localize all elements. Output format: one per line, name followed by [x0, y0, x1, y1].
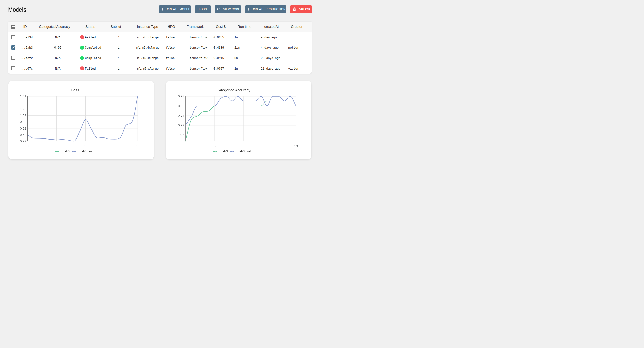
svg-text:5: 5	[214, 144, 216, 148]
svg-text:10: 10	[242, 144, 246, 148]
svg-text:1.02: 1.02	[20, 113, 26, 117]
svg-text:0.22: 0.22	[20, 139, 26, 143]
svg-text:...5ab3_val: ...5ab3_val	[77, 149, 93, 153]
svg-text:0.82: 0.82	[20, 120, 26, 124]
svg-text:0: 0	[185, 144, 186, 148]
svg-text:Loss: Loss	[72, 88, 79, 92]
svg-text:0: 0	[27, 144, 28, 148]
svg-text:0.98: 0.98	[178, 94, 184, 98]
svg-text:0.9: 0.9	[180, 133, 184, 137]
svg-text:0.96: 0.96	[178, 104, 184, 108]
svg-text:...5ab3: ...5ab3	[60, 149, 70, 153]
svg-text:CategoricalAccuracy: CategoricalAccuracy	[216, 88, 250, 92]
svg-text:5: 5	[56, 144, 58, 148]
svg-text:0.92: 0.92	[178, 123, 184, 127]
svg-text:10: 10	[84, 144, 88, 148]
svg-text:...5ab3: ...5ab3	[218, 149, 228, 153]
svg-text:0.94: 0.94	[178, 114, 184, 117]
svg-text:19: 19	[136, 144, 140, 148]
svg-text:1.22: 1.22	[20, 107, 26, 111]
svg-text:0.62: 0.62	[20, 126, 26, 130]
svg-text:...5ab3_val: ...5ab3_val	[235, 149, 251, 153]
svg-text:0.42: 0.42	[20, 133, 26, 136]
svg-text:19: 19	[294, 144, 298, 148]
svg-text:1.61: 1.61	[20, 94, 26, 98]
